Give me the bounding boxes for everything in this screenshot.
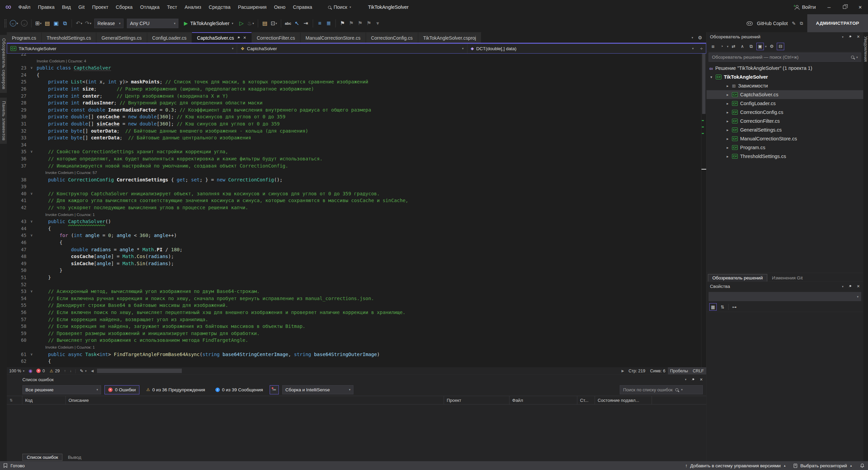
codelens-label[interactable]: Invoke Codeium | Ссылок: 57 (45, 171, 97, 175)
sign-in-button[interactable]: + Войти (789, 4, 821, 10)
expander-icon[interactable]: ▸ (726, 119, 730, 123)
fold-marker-icon[interactable]: ∨ (26, 351, 37, 358)
code-line[interactable]: 31 private double[] sinCache = new doubl… (7, 120, 706, 128)
tree-item-Program.cs[interactable]: ▸C#Program.cs (707, 143, 863, 152)
errors-filter-button[interactable]: ✕ 0 Ошибки (104, 385, 139, 394)
code-line[interactable]: 27 private int center; // Центр изображе… (7, 93, 706, 100)
close-icon[interactable]: ✕ (857, 284, 860, 289)
code-line[interactable]: 52 (7, 281, 706, 288)
tree-item-CaptchaSolver.cs[interactable]: ▸C#CaptchaSolver.cs (707, 90, 863, 99)
sync-with-active-document-icon[interactable]: ⇄ (730, 43, 737, 50)
fold-marker-icon[interactable]: ∨ (26, 218, 37, 225)
code-line[interactable]: 55 // Декодирует строки Base64 в байтовы… (7, 302, 706, 309)
navbar-project-dropdown[interactable]: C# TikTokAngleSolver ▾ (7, 44, 237, 53)
fold-marker-icon[interactable]: ∨ (26, 232, 37, 239)
hot-reload-icon[interactable]: ♨▾ (246, 18, 255, 28)
navbar-member-dropdown[interactable]: ◆ DCT(double[,] data) ▾ (467, 44, 697, 53)
zoom-control[interactable]: 100 % ▾ (7, 367, 27, 374)
code-line[interactable]: 29 private const double InnerRadiusFacto… (7, 106, 706, 114)
show-all-files-icon[interactable]: ▣ (756, 43, 764, 50)
code-cleanup-button[interactable]: ✎ ▾ (77, 367, 89, 374)
tab-Program.cs[interactable]: Program.cs (7, 32, 42, 43)
editor-vertical-scrollbar[interactable] (701, 54, 706, 367)
code-line[interactable]: 39 (7, 183, 706, 190)
nav-back-icon[interactable]: ←▾ (9, 18, 19, 28)
clear-bookmarks-icon[interactable]: ⚑ (365, 18, 373, 28)
code-line[interactable]: 32 private byte[] outerData; // Байтовые… (7, 128, 706, 135)
scrollbar-thumb[interactable] (702, 54, 706, 114)
menu-item-Проект[interactable]: Проект (89, 0, 112, 14)
properties-object-dropdown[interactable]: ▾ (709, 292, 861, 301)
hscroll-thumb[interactable] (97, 369, 182, 373)
next-issue-icon[interactable]: ↓ (68, 369, 74, 373)
navbar-type-dropdown[interactable]: ❖ CaptchaSolver ▾ (237, 44, 467, 53)
solution-search-box[interactable]: Обозреватель решений — поиск (Ctrl+ж) ▾ (709, 53, 861, 62)
window-position-icon[interactable]: ▾ (685, 378, 687, 381)
code-line[interactable]: 37 // Инициализируется новой настройкой … (7, 162, 706, 170)
navigate-to-icon[interactable]: ⇥ (302, 18, 310, 28)
code-line[interactable]: 51 } (7, 274, 706, 281)
start-debugging-button[interactable]: ▶TikTokAngleSolver▾ (182, 18, 235, 28)
panel-tab-Вывод[interactable]: Вывод (64, 454, 85, 461)
document-health-icon[interactable]: ◉ (27, 368, 34, 373)
fold-marker-icon[interactable]: ∨ (26, 190, 37, 197)
error-count[interactable]: ✕ 0 (34, 367, 47, 374)
code-line[interactable]: 48 cosCache[angle] = Math.Cos(radians); (7, 253, 706, 260)
codelens-row[interactable]: Invoke Codeium | Ссылок: 1 (7, 211, 706, 218)
gear-icon[interactable]: ⚙ (698, 35, 702, 40)
eol-indicator[interactable]: CRLF (690, 367, 706, 374)
scope-dropdown[interactable]: Все решение▾ (22, 385, 101, 394)
code-line[interactable]: 46 { (7, 239, 706, 246)
restore-button[interactable] (837, 0, 852, 14)
tree-item-GeneralSettings.cs[interactable]: ▸C#GeneralSettings.cs (707, 125, 863, 134)
codelens-row[interactable]: Invoke Codeium | Ссылок: 57 (7, 169, 706, 176)
codelens-label[interactable]: Invoke Codeium | Ссылок: 4 (37, 59, 86, 63)
close-icon[interactable]: ✕ (700, 377, 703, 382)
pending-changes-filter-icon[interactable]: ◔ (718, 43, 726, 50)
next-bookmark-icon[interactable]: ⚑ (356, 18, 364, 28)
search-box[interactable]: Поиск ▾ (325, 3, 354, 11)
save-all-icon[interactable]: ⧉ (61, 18, 69, 28)
tab-ThresholdSettings.cs[interactable]: ThresholdSettings.cs (42, 32, 97, 43)
column-header-Описание[interactable]: Описание (66, 396, 444, 404)
code-line[interactable]: 54 // Если включена ручная коррекция и п… (7, 295, 706, 302)
code-line[interactable]: 57 // Если коррекция найдена, возвращает… (7, 316, 706, 323)
tab-CaptchaSolver.cs[interactable]: CaptchaSolver.cs✕ (192, 32, 252, 43)
menu-item-Расширения[interactable]: Расширения (234, 0, 270, 14)
code-line[interactable]: 24{ (7, 72, 706, 79)
menu-item-Git[interactable]: Git (75, 0, 89, 14)
tree-item-Зависимости[interactable]: ▸⊞Зависимости (707, 81, 863, 90)
codelens-label[interactable]: Invoke Codeium | Ссылок: 1 (45, 345, 95, 349)
column-header-Проект[interactable]: Проект (444, 396, 509, 404)
side-tab-Панель элементов[interactable]: Панель элементов (0, 98, 7, 144)
menu-item-Правка[interactable]: Правка (34, 0, 58, 14)
open-folder-icon[interactable]: ▤ (43, 18, 51, 28)
error-search-box[interactable]: Поиск по списку ошибок ▾ (620, 385, 703, 394)
column-header-Состояние подавл...[interactable]: Состояние подавл... (595, 396, 652, 404)
code-line[interactable]: 30 private double[] cosCache = new doubl… (7, 113, 706, 120)
close-icon[interactable]: ✕ (243, 36, 246, 40)
panel-tab-Список ошибок[interactable]: Список ошибок (22, 454, 62, 461)
tab-ManualCorrectionStore.cs[interactable]: ManualCorrectionStore.cs (301, 32, 366, 43)
find-in-files-icon[interactable]: ▤ (261, 18, 269, 28)
menu-item-Средства[interactable]: Средства (205, 0, 234, 14)
code-line[interactable]: 42 // что ускоряет последующие вычислени… (7, 204, 706, 211)
scroll-right-icon[interactable]: ▶ (619, 369, 626, 373)
code-line[interactable]: 45∨ for (int angle = 0; angle < 360; ang… (7, 232, 706, 239)
tab-CorrectionConfig.cs[interactable]: CorrectionConfig.cs (366, 32, 418, 43)
expander-icon[interactable]: ▸ (726, 145, 730, 150)
track-active-item-icon[interactable]: ⊟ (777, 43, 784, 50)
pin-icon[interactable] (691, 378, 695, 381)
menu-item-Анализ[interactable]: Анализ (181, 0, 205, 14)
toolbar-options-icon[interactable]: ▾ (374, 18, 382, 28)
show-details-toggle[interactable]: ≔ (270, 385, 279, 394)
menu-item-Отладка[interactable]: Отладка (136, 0, 163, 14)
expander-icon[interactable]: ▸ (726, 101, 730, 106)
prev-bookmark-icon[interactable]: ⚑ (347, 18, 355, 28)
code-line[interactable]: 60 // Вычисляет угол изображения с испол… (7, 337, 706, 344)
code-line[interactable]: 26 private int size; // Размер изображен… (7, 85, 706, 93)
format-indent-icon[interactable]: ≡ (316, 18, 324, 28)
code-line[interactable]: 28 private int radiusInner; // Внутренни… (7, 99, 706, 106)
ide-navigator-icon[interactable]: ⊡▾ (270, 18, 278, 28)
fold-marker-icon[interactable]: ∨ (26, 288, 37, 295)
